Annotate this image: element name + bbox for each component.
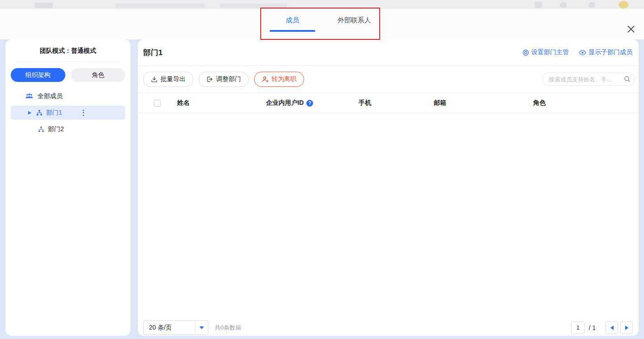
toolbar: 批量导出 调整部门 转为离职 xyxy=(138,66,639,93)
tree-item-label: 部门1 xyxy=(46,109,62,117)
download-icon xyxy=(151,76,158,83)
department-icon xyxy=(36,110,42,116)
sidebar: 团队模式：普通模式 组织架构 角色 全部成员 xyxy=(5,39,131,336)
eye-icon xyxy=(579,50,586,56)
background-window-strip xyxy=(0,0,644,9)
org-tree: 全部成员 部门1 xyxy=(5,89,131,136)
department-header: 部门1 设置部门主管 显示子部门成员 xyxy=(138,39,639,66)
column-role: 角色 xyxy=(533,99,639,107)
tree-item-all-members[interactable]: 全部成员 xyxy=(11,89,125,103)
background-remnant xyxy=(589,2,595,8)
background-remnant xyxy=(115,4,205,8)
member-search xyxy=(542,73,635,86)
pager: / 1 xyxy=(571,322,633,334)
next-page-button[interactable] xyxy=(620,322,633,334)
adjust-department-button[interactable]: 调整部门 xyxy=(199,72,249,87)
dropdown-caret-area xyxy=(195,321,208,335)
background-remnant xyxy=(535,2,542,8)
background-remnant xyxy=(35,3,53,8)
tree-item-label: 全部成员 xyxy=(38,92,63,100)
tree-item-department-2[interactable]: 部门2 xyxy=(11,122,125,136)
table-header-row: 姓名 企业内用户ID ? 手机 邮箱 角色 xyxy=(138,93,639,113)
modal-header: 成员 外部联系人 xyxy=(0,9,644,39)
batch-export-button[interactable]: 批量导出 xyxy=(143,72,193,87)
mode-switch: 组织架构 角色 xyxy=(11,68,125,82)
search-icon xyxy=(624,76,631,82)
person-remove-icon xyxy=(262,76,269,83)
select-all-checkbox[interactable] xyxy=(154,100,161,107)
column-user-id: 企业内用户ID ? xyxy=(266,99,359,107)
chevron-left-icon xyxy=(610,326,614,330)
mark-resigned-button[interactable]: 转为离职 xyxy=(254,72,304,87)
chevron-right-icon xyxy=(625,326,628,330)
people-icon xyxy=(25,93,33,99)
more-actions-icon[interactable] xyxy=(81,108,86,118)
page-total-text: / 1 xyxy=(589,324,596,331)
background-remnant xyxy=(560,2,567,8)
prev-page-button[interactable] xyxy=(606,322,618,334)
team-mode-title: 团队模式：普通模式 xyxy=(5,39,131,55)
page-size-select[interactable]: 20 条/页 xyxy=(143,320,208,335)
department-icon xyxy=(38,126,44,133)
tab-external-contacts[interactable]: 外部联系人 xyxy=(334,16,374,32)
set-department-manager-link[interactable]: 设置部门主管 xyxy=(522,48,569,56)
total-count-text: 共0条数据 xyxy=(215,324,241,332)
department-title: 部门1 xyxy=(143,47,162,58)
tab-members[interactable]: 成员 xyxy=(270,16,315,32)
background-remnant xyxy=(220,4,287,8)
tab-members-label: 成员 xyxy=(286,16,299,24)
tab-bar: 成员 外部联系人 xyxy=(270,9,374,32)
select-all-cell xyxy=(154,100,177,107)
column-phone: 手机 xyxy=(359,99,434,107)
roles-button[interactable]: 角色 xyxy=(71,68,126,82)
move-out-icon xyxy=(206,76,213,83)
header-actions: 设置部门主管 显示子部门成员 xyxy=(522,48,632,56)
close-icon xyxy=(627,25,636,34)
help-icon[interactable]: ? xyxy=(306,100,313,107)
divider xyxy=(16,61,120,62)
pagination-footer: 20 条/页 共0条数据 / 1 xyxy=(143,320,633,335)
tab-external-contacts-label: 外部联系人 xyxy=(338,16,371,24)
column-email: 邮箱 xyxy=(434,99,533,107)
background-avatar-remnant xyxy=(619,1,628,9)
page-number-input[interactable] xyxy=(571,322,585,334)
table-body-empty xyxy=(138,113,639,322)
tree-item-department-1[interactable]: 部门1 xyxy=(11,106,125,120)
tree-item-label: 部门2 xyxy=(48,125,64,133)
target-icon xyxy=(522,49,529,56)
show-sub-department-members-link[interactable]: 显示子部门成员 xyxy=(579,48,632,56)
page-size-value: 20 条/页 xyxy=(144,324,172,332)
chevron-down-icon xyxy=(199,326,204,329)
active-tab-underline xyxy=(270,30,315,32)
screen: 成员 外部联系人 团队模式：普通模式 组织架构 角色 xyxy=(0,0,644,339)
search-input[interactable] xyxy=(542,73,635,86)
close-button[interactable] xyxy=(626,24,636,34)
expand-caret-icon[interactable] xyxy=(28,111,31,115)
column-name: 姓名 xyxy=(177,99,266,107)
main-panel: 部门1 设置部门主管 显示子部门成员 xyxy=(138,39,639,336)
org-structure-button[interactable]: 组织架构 xyxy=(11,68,65,82)
